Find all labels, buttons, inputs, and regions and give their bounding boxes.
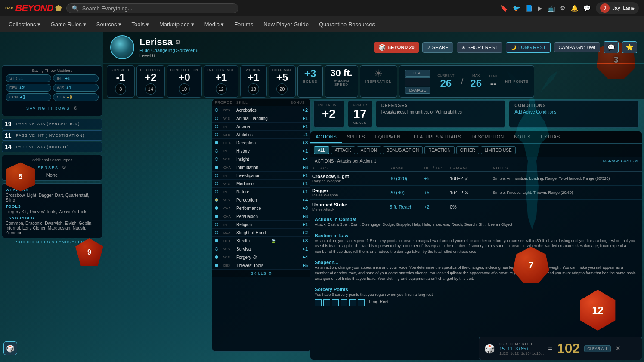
skill-dot-11 — [215, 198, 218, 202]
crossbow-sub: Ranged Weapon — [312, 179, 390, 183]
pip-1[interactable] — [315, 299, 322, 306]
nav-media[interactable]: Media ▾ — [204, 21, 224, 28]
skill-row-14: INT Religion +1 — [212, 221, 310, 229]
skill-attr-16: DEX — [223, 239, 236, 243]
favorite-button[interactable]: ⭐ — [622, 41, 637, 53]
nav-collections[interactable]: Collections ▾ — [9, 21, 40, 28]
twitch-icon[interactable]: 📺 — [548, 5, 555, 12]
settings-icon[interactable]: ⚙ — [560, 5, 566, 12]
sorcery-pips: Long Rest — [315, 299, 638, 306]
tab-features[interactable]: FEATURES & TRAITS — [409, 131, 466, 143]
hp-section: HEAL DAMAGE CURRENT 26 / MAX 26 TEMP -- … — [399, 65, 534, 98]
tab-spells[interactable]: SPELLS — [342, 131, 370, 143]
messages-icon[interactable]: 💬 — [583, 5, 591, 12]
damage-button[interactable]: DAMAGE — [405, 87, 430, 94]
pip-6[interactable] — [358, 299, 365, 306]
subtab-reaction[interactable]: REACTION — [424, 146, 455, 154]
subtab-all[interactable]: ALL — [314, 146, 329, 154]
campaign-button[interactable]: CAMPAIGN: Yeet — [554, 42, 600, 52]
senses-gear-icon[interactable]: ⚙ — [62, 165, 66, 170]
proficiencies-gear-icon[interactable]: ⚙ — [86, 240, 90, 244]
search-icon: 🔍 — [72, 5, 79, 12]
action-dagger: Dagger Melee Weapon 20 (40) +5 1d4+2 ⚔ S… — [310, 186, 642, 200]
skills-gear-icon[interactable]: ⚙ — [268, 271, 272, 276]
close-roll-icon[interactable]: ✕ — [615, 344, 621, 353]
charisma-label: CHARISMA — [272, 68, 292, 71]
skill-dot-19 — [215, 264, 218, 267]
skill-dot-1 — [215, 117, 218, 120]
initiative-box: INITIATIVE +2 — [313, 100, 344, 128]
search-bar[interactable]: 🔍 Search Everything... — [66, 3, 238, 13]
nav-game-rules[interactable]: Game Rules ▾ — [51, 21, 86, 28]
skill-name-16: Stealth — [236, 239, 271, 243]
pip-5[interactable] — [349, 299, 356, 306]
strength-score: 8 — [115, 83, 126, 95]
nav-tools[interactable]: Tools ▾ — [132, 21, 149, 28]
features-list: Bastion of Law As an action, you can exp… — [310, 230, 642, 309]
throw-cha-name: CHA — [57, 95, 65, 99]
add-conditions-button[interactable]: Add Active Conditions — [514, 110, 633, 114]
nav-quarantine[interactable]: Quarantine Resources — [319, 21, 375, 28]
crossbow-name-group: Crossbow, Light Ranged Weapon — [312, 174, 390, 183]
passive-perception: 19 PASSIVE WIS (PERCEPTION) — [2, 119, 102, 129]
bookmark-icon[interactable]: 🔖 — [500, 5, 508, 12]
dice-tray-icon[interactable]: 🎲 — [3, 341, 17, 355]
heal-button[interactable]: HEAL — [405, 70, 430, 77]
short-rest-button[interactable]: ☀ SHORT REST — [457, 42, 503, 53]
char-settings-icon[interactable]: ⚙ — [175, 39, 181, 46]
hp-label-group: HIT POINTS — [505, 80, 529, 83]
logo[interactable]: D&D BEYOND ⬟ — [5, 3, 62, 14]
pip-4[interactable] — [341, 299, 347, 306]
speed-label: SPEED — [330, 83, 352, 86]
saving-throws-title-row: SAVING THROWS ⚙ — [6, 104, 99, 111]
share-button[interactable]: ↗ SHARE — [422, 42, 453, 53]
long-rest-button[interactable]: 🌙 LONG REST — [506, 42, 551, 53]
combat-actions-title: Actions in Combat — [315, 217, 638, 222]
tab-notes[interactable]: NOTES — [509, 131, 536, 143]
main-content: Lerissa ⚙ Fluid Changeling Sorcerer 6 Le… — [0, 32, 644, 362]
skill-attr-11: WIS — [223, 198, 236, 202]
col-range: RANGE — [390, 166, 424, 170]
skill-dot-8 — [215, 174, 218, 177]
nav-marketplace[interactable]: Marketplace ▾ — [159, 21, 194, 28]
unarmed-hit: +2 — [424, 204, 450, 209]
twitter-icon[interactable]: 🐦 — [513, 5, 520, 12]
subtab-other[interactable]: OTHER — [456, 146, 479, 154]
dice-icon-button[interactable]: 🎲 — [3, 341, 17, 355]
passive-insight: 14 PASSIVE WIS (INSIGHT) — [2, 142, 102, 152]
pip-2[interactable] — [323, 299, 330, 306]
crossbow-notes: Simple. Ammunition. Loading. Range. Two-… — [493, 176, 640, 181]
throw-dex: DEX +2 — [6, 84, 51, 92]
tab-description[interactable]: DESCRIPTION — [466, 131, 509, 143]
saving-throws-gear-icon[interactable]: ⚙ — [74, 105, 78, 110]
saving-throws-title: SAVING THROWS — [26, 106, 70, 110]
notification-icon[interactable]: 🔔 — [571, 5, 578, 12]
youtube-icon[interactable]: ▶ — [538, 5, 542, 12]
subtab-limited-use[interactable]: LIMITED USE — [481, 146, 516, 154]
ability-scores-row: STRENGTH -1 8 DEXTERITY +2 14 CONSTITUTI… — [103, 64, 644, 99]
pip-3[interactable] — [332, 299, 339, 306]
nav-sources[interactable]: Sources ▾ — [96, 21, 121, 28]
manage-custom-button[interactable]: MANAGE CUSTOM — [603, 159, 638, 163]
dexterity-label: DEXTERITY — [140, 68, 161, 71]
actions-col-headers: ATTACK RANGE HIT / DC DAMAGE NOTES — [310, 165, 642, 172]
subtab-action[interactable]: ACTION — [357, 146, 381, 154]
chat-button[interactable]: 💬 — [604, 41, 619, 53]
skill-attr-6: WIS — [223, 157, 236, 161]
facebook-icon[interactable]: 📘 — [525, 5, 533, 12]
hp-input[interactable] — [405, 77, 430, 86]
tab-equipment[interactable]: EQUIPMENT — [370, 131, 409, 143]
beyond20-button[interactable]: 🎲 BEYOND 20 — [374, 42, 418, 53]
user-badge[interactable]: J Jay_Lane — [596, 2, 639, 14]
subtab-attack[interactable]: ATTACK — [331, 146, 355, 154]
subtab-bonus-action[interactable]: BONUS ACTION — [383, 146, 423, 154]
logo-dd: D&D — [5, 6, 14, 10]
tab-extras[interactable]: EXTRAS — [536, 131, 565, 143]
hp-actions: HEAL DAMAGE — [405, 70, 430, 94]
clear-all-button[interactable]: CLEAR ALL — [584, 345, 611, 352]
tab-actions[interactable]: ACTIONS — [310, 131, 342, 143]
action-crossbow: Crossbow, Light Ranged Weapon 80 (320) +… — [310, 172, 642, 186]
nav-forums[interactable]: Forums — [234, 21, 253, 28]
search-placeholder: Search Everything... — [82, 5, 133, 12]
nav-new-player-guide[interactable]: New Player Guide — [263, 21, 309, 28]
